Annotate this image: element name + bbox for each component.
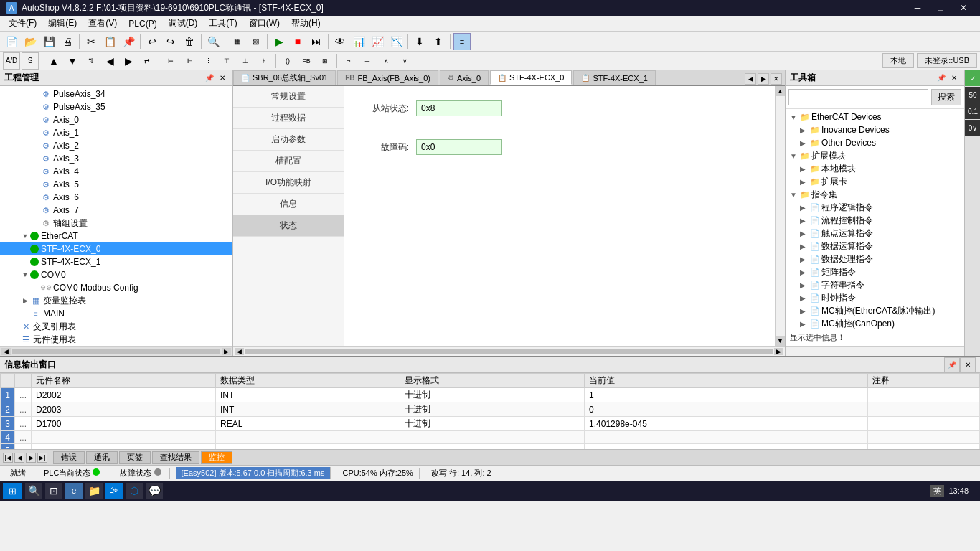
tb-redo[interactable]: ↪ — [162, 33, 179, 50]
menu-debug[interactable]: 调试(D) — [163, 16, 204, 31]
tab-stf0[interactable]: 📋 STF-4X-ECX_0 — [490, 70, 572, 85]
menu-view[interactable]: 查看(V) — [83, 16, 123, 31]
panel-pin-button[interactable]: 📌 — [204, 72, 215, 84]
tb-step[interactable]: ⏭ — [308, 33, 325, 50]
tb2-addr[interactable]: A/D — [3, 52, 20, 70]
center-vscroll[interactable]: ▲ ▼ — [775, 86, 785, 346]
tree-item-com0[interactable]: ▼ COM0 — [0, 268, 232, 281]
tree-item-axis4[interactable]: ⚙ Axis_4 — [0, 165, 232, 178]
search-taskbar-btn[interactable]: 🔍 — [25, 483, 42, 499]
tree-item-axisgroup[interactable]: ⚙ 轴组设置 — [0, 217, 232, 230]
taskview-btn[interactable]: ⊡ — [45, 483, 62, 499]
bottom-tab-last[interactable]: ▶| — [37, 453, 47, 463]
rt-clock[interactable]: ▶ 📄 时钟指令 — [786, 291, 964, 304]
tb2-arrows[interactable]: ⇅ — [83, 52, 100, 70]
tb-save[interactable]: 💾 — [40, 33, 57, 50]
start-button[interactable]: ⊞ — [3, 483, 22, 499]
center-hscroll[interactable]: ◀ ▶ — [233, 346, 785, 356]
tb-copy[interactable]: 📋 — [101, 33, 118, 50]
tb-search[interactable]: 🔍 — [204, 33, 222, 50]
tab-fbaxis[interactable]: FB FB_Axis(FB_Axis_0) — [337, 70, 438, 85]
tb2-arrows2[interactable]: ⇄ — [138, 52, 156, 70]
center-scroll-left[interactable]: ◀ — [235, 348, 244, 355]
show-desktop-btn[interactable] — [973, 483, 977, 499]
tb2-b8[interactable]: ⊞ — [316, 52, 334, 70]
toolbox-close-btn[interactable]: ✕ — [948, 72, 960, 84]
menu-window[interactable]: 窗口(W) — [243, 16, 286, 31]
scroll-up-btn[interactable]: ▲ — [776, 86, 785, 96]
minimize-button[interactable]: ─ — [907, 0, 928, 16]
tree-item-pulseaxis34[interactable]: ⚙ PulseAxis_34 — [0, 88, 232, 100]
tb2-b5[interactable]: ⊤ — [218, 52, 235, 70]
bottom-tab-first[interactable]: |◀ — [3, 453, 13, 463]
menu-plc[interactable]: PLC(P) — [123, 17, 162, 30]
rt-local-module[interactable]: ▶ 📁 本地模块 — [786, 162, 964, 175]
tb2-s[interactable]: S — [22, 52, 39, 70]
menu-help[interactable]: 帮助(H) — [286, 16, 326, 31]
nav-general[interactable]: 常规设置 — [233, 86, 344, 108]
tb-monitor3[interactable]: 📈 — [369, 33, 386, 50]
btab-comm[interactable]: 通讯 — [86, 451, 118, 464]
tree-item-axis5[interactable]: ⚙ Axis_5 — [0, 178, 232, 191]
tb-delete[interactable]: 🗑 — [181, 33, 198, 50]
tb2-minus[interactable]: ─ — [359, 52, 376, 70]
rt-other-devices[interactable]: ▶ 📁 Other Devices — [786, 136, 964, 149]
bottom-tab-prev[interactable]: ◀ — [14, 453, 24, 463]
tree-item-com0-modbus[interactable]: ⚙⚙ COM0 Modbus Config — [0, 281, 232, 294]
rt-data-calc[interactable]: ▶ 📄 数据运算指令 — [786, 240, 964, 253]
nav-io-mapping[interactable]: I/O功能映射 — [233, 172, 344, 194]
tb-wechat[interactable]: 💬 — [146, 483, 163, 499]
tab-sbr06[interactable]: 📄 SBR_06总线轴_Sv01 — [233, 70, 336, 85]
vert-01-btn[interactable]: 0.1 — [965, 103, 980, 119]
tb-monitor4[interactable]: 📉 — [387, 33, 405, 50]
rt-instruction-set[interactable]: ▼ 📁 指令集 — [786, 188, 964, 201]
rt-flow-control[interactable]: ▶ 📄 流程控制指令 — [786, 214, 964, 227]
rt-expansion-module[interactable]: ▼ 📁 扩展模块 — [786, 149, 964, 162]
tb2-left[interactable]: ◀ — [101, 52, 118, 70]
btab-monitor[interactable]: 监控 — [201, 451, 232, 464]
menu-tools[interactable]: 工具(T) — [203, 16, 242, 31]
scroll-right-btn[interactable]: ▶ — [222, 348, 231, 355]
tree-hscroll[interactable]: ◀ ▶ — [0, 346, 232, 356]
tree-item-axis2[interactable]: ⚙ Axis_2 — [0, 139, 232, 152]
usb-button[interactable]: 未登录::USB — [917, 53, 977, 68]
tb-store[interactable]: 🛍 — [105, 483, 123, 499]
toolbox-pin-btn[interactable]: 📌 — [936, 72, 947, 84]
tree-item-stf1[interactable]: STF-4X-ECX_1 — [0, 255, 232, 268]
project-tree[interactable]: ⚙ PulseAxis_34 ⚙ PulseAxis_35 ⚙ Axis_0 ⚙… — [0, 86, 232, 346]
tab-close[interactable]: ✕ — [771, 73, 782, 85]
tb2-fb[interactable]: FB — [298, 52, 315, 70]
scroll-left-btn[interactable]: ◀ — [1, 348, 11, 355]
rt-contact-calc[interactable]: ▶ 📄 触点运算指令 — [786, 227, 964, 240]
rt-data-process[interactable]: ▶ 📄 数据处理指令 — [786, 253, 964, 265]
tb-vscode[interactable]: ⬡ — [126, 483, 143, 499]
tab-axis0[interactable]: ⚙ Axis_0 — [440, 70, 489, 85]
tb-print[interactable]: 🖨 — [59, 33, 76, 50]
rt-string[interactable]: ▶ 📄 字符串指令 — [786, 278, 964, 291]
tb2-neg[interactable]: ¬ — [340, 52, 357, 70]
center-scroll-right[interactable]: ▶ — [774, 348, 783, 355]
nav-slot-config[interactable]: 槽配置 — [233, 151, 344, 172]
rt-mc-ethercat[interactable]: ▶ 📄 MC轴控(EtherCAT&脉冲输出) — [786, 304, 964, 317]
tree-item-axis1[interactable]: ⚙ Axis_1 — [0, 126, 232, 139]
tree-item-component[interactable]: ☰ 元件使用表 — [0, 333, 232, 346]
tb2-b3[interactable]: ⊩ — [181, 52, 198, 70]
menu-file[interactable]: 文件(F) — [3, 16, 42, 31]
tree-item-axis7[interactable]: ⚙ Axis_7 — [0, 204, 232, 217]
toolbox-scroll[interactable] — [786, 346, 964, 356]
tb-settings[interactable]: ≡ — [453, 33, 471, 50]
tb-undo[interactable]: ↩ — [143, 33, 161, 50]
vert-num-btn[interactable]: 50 — [965, 87, 980, 103]
tb2-b10[interactable]: ∨ — [396, 52, 413, 70]
tb2-paren[interactable]: () — [279, 52, 296, 70]
tree-item-stf0[interactable]: STF-4X-ECX_0 — [0, 242, 232, 255]
tb-open[interactable]: 📂 — [22, 33, 39, 50]
nav-status[interactable]: 状态 — [233, 215, 344, 237]
vert-green-btn[interactable]: ✓ — [965, 70, 980, 86]
tb-cut[interactable]: ✂ — [83, 33, 100, 50]
bottom-pin-btn[interactable]: 📌 — [944, 357, 960, 373]
tb-new[interactable]: 📄 — [3, 33, 20, 50]
tb2-arrow-dn[interactable]: ▼ — [64, 52, 81, 70]
tb2-b9[interactable]: ∧ — [377, 52, 395, 70]
toolbox-search-button[interactable]: 搜索 — [931, 89, 961, 105]
